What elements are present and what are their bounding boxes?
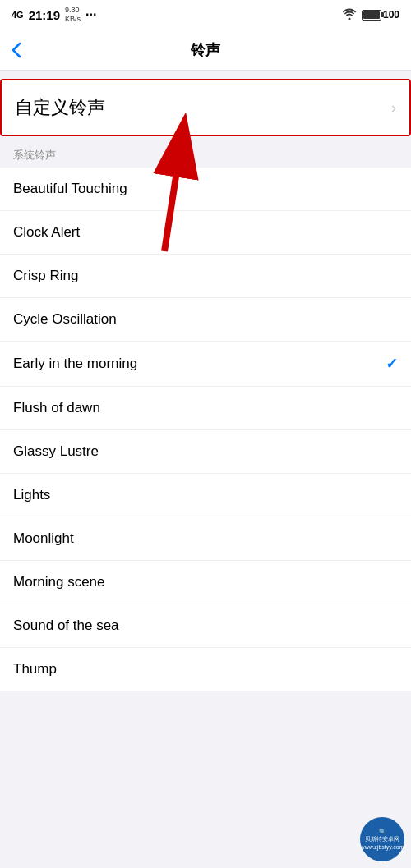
ringtone-name: Crisp Ring (13, 268, 78, 284)
ringtone-name: Flush of dawn (13, 400, 100, 416)
list-item[interactable]: Sound of the sea (0, 604, 411, 648)
list-item[interactable]: Moonlight (0, 517, 411, 561)
custom-ringtone-item[interactable]: 自定义铃声 › (2, 80, 409, 135)
custom-ringtone-label: 自定义铃声 (15, 95, 105, 120)
battery-level: 100 (383, 9, 399, 21)
list-item[interactable]: Morning scene (0, 561, 411, 604)
network-speed: 9.30 KB/s (65, 6, 81, 24)
battery-indicator: 100 (362, 9, 399, 21)
status-right: 100 (342, 8, 399, 22)
ringtone-name: Thump (13, 661, 57, 677)
ringtone-name: Moonlight (13, 530, 74, 547)
status-dots: ··· (85, 7, 96, 22)
list-item-selected[interactable]: Early in the morning ✓ (0, 342, 411, 387)
ringtone-list: Beautiful Touching Clock Alert Crisp Rin… (0, 168, 411, 691)
list-item[interactable]: Glassy Lustre (0, 430, 411, 474)
signal-icon: 4G (12, 10, 24, 20)
list-item[interactable]: Crisp Ring (0, 255, 411, 298)
watermark: 🔍 贝斯特安卓网 www.zjbstyy.com (360, 817, 404, 861)
ringtone-name: Clock Alert (13, 224, 80, 241)
list-item[interactable]: Cycle Oscillation (0, 298, 411, 342)
list-item[interactable]: Lights (0, 474, 411, 517)
ringtone-name: Morning scene (13, 574, 105, 590)
ringtone-name: Cycle Oscillation (13, 311, 117, 328)
ringtone-name: Sound of the sea (13, 618, 119, 634)
back-button[interactable] (12, 42, 21, 58)
list-item[interactable]: Flush of dawn (0, 387, 411, 430)
watermark-text: 🔍 贝斯特安卓网 www.zjbstyy.com (360, 824, 404, 853)
selected-checkmark-icon: ✓ (386, 355, 398, 373)
custom-ringtone-section[interactable]: 自定义铃声 › (0, 79, 411, 136)
status-time: 21:19 (29, 8, 60, 22)
ringtone-name: Beautiful Touching (13, 181, 127, 197)
wifi-icon (342, 8, 357, 22)
ringtone-name: Lights (13, 487, 50, 503)
nav-header: 铃声 (0, 30, 411, 71)
status-left: 4G 21:19 9.30 KB/s ··· (12, 6, 96, 24)
status-bar: 4G 21:19 9.30 KB/s ··· 100 (0, 0, 411, 30)
page-title: 铃声 (191, 40, 220, 60)
ringtone-name: Glassy Lustre (13, 443, 99, 460)
battery-icon (362, 10, 381, 21)
chevron-right-icon: › (391, 99, 396, 117)
list-item[interactable]: Thump (0, 648, 411, 691)
system-section-header: 系统铃声 (0, 136, 411, 168)
ringtone-name: Early in the morning (13, 356, 137, 372)
list-item[interactable]: Clock Alert (0, 211, 411, 255)
list-item[interactable]: Beautiful Touching (0, 168, 411, 211)
